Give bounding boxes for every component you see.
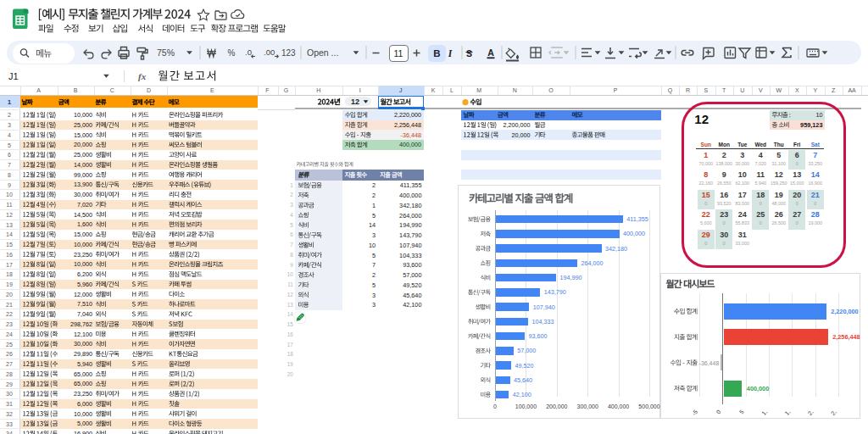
svg-text:17: 17 (6, 262, 13, 268)
svg-text:2: 2 (8, 112, 11, 118)
svg-text:%: % (228, 48, 236, 58)
svg-text:30,000: 30,000 (736, 161, 750, 166)
svg-text:29: 29 (6, 381, 13, 387)
svg-text:2,: 2, (830, 409, 837, 416)
svg-text:5: 5 (8, 142, 11, 148)
svg-text:400,000: 400,000 (399, 192, 421, 199)
svg-text:0: 0 (796, 161, 798, 166)
svg-text:27: 27 (6, 361, 13, 367)
svg-text:14: 14 (6, 231, 13, 237)
svg-text:-5: -5 (691, 409, 698, 416)
svg-text:P: P (614, 87, 618, 93)
svg-text:107,940: 107,940 (399, 242, 421, 249)
svg-text:4: 4 (8, 132, 11, 138)
svg-text:23: 23 (6, 321, 13, 327)
svg-text:5,940: 5,940 (755, 181, 767, 186)
svg-text:93,520: 93,520 (717, 201, 732, 206)
svg-text:1,: 1, (760, 409, 768, 416)
svg-text:3: 3 (290, 202, 293, 208)
svg-text:15,000: 15,000 (74, 131, 92, 139)
svg-text:26,550: 26,550 (717, 181, 732, 186)
svg-text:15: 15 (6, 242, 13, 248)
svg-text:Z: Z (832, 87, 836, 93)
svg-text:24: 24 (6, 331, 13, 337)
svg-text:7,510: 7,510 (77, 300, 92, 308)
svg-text:H: H (316, 87, 320, 93)
svg-text:30: 30 (6, 391, 13, 397)
svg-text:N: N (513, 87, 517, 93)
svg-text:2: 2 (372, 192, 376, 199)
svg-text:F: F (265, 87, 269, 93)
svg-text:7: 7 (290, 242, 293, 248)
svg-text:0: 0 (760, 220, 762, 225)
svg-text:5,000: 5,000 (77, 420, 92, 427)
svg-text:4: 4 (759, 151, 763, 159)
svg-text:29,890: 29,890 (74, 350, 92, 358)
svg-text:-36,448: -36,448 (401, 131, 421, 139)
svg-text:3: 3 (8, 122, 11, 128)
svg-text:264,000: 264,000 (581, 259, 604, 267)
svg-text:24: 24 (738, 210, 747, 219)
svg-text:12: 12 (775, 170, 783, 179)
svg-text:342,180: 342,180 (399, 202, 421, 209)
svg-text:400,000: 400,000 (623, 230, 645, 237)
svg-text:-36,448: -36,448 (699, 360, 720, 366)
svg-text:11: 11 (756, 170, 765, 179)
svg-text:25,000: 25,000 (74, 151, 92, 159)
svg-text:2: 2 (372, 271, 376, 279)
svg-text:22: 22 (702, 210, 710, 219)
svg-text:3: 3 (372, 231, 376, 239)
svg-text:J: J (399, 87, 403, 93)
svg-text:959,123: 959,123 (800, 121, 822, 129)
svg-text:W: W (776, 87, 782, 93)
svg-text:25,000: 25,000 (74, 121, 92, 129)
svg-text:5: 5 (738, 409, 745, 415)
svg-text:45,640: 45,640 (403, 292, 421, 299)
svg-text:13: 13 (793, 170, 801, 179)
svg-text:AA: AA (848, 87, 856, 93)
svg-text:3: 3 (372, 292, 376, 299)
svg-text:1,: 1, (783, 409, 791, 416)
svg-text:1: 1 (372, 202, 376, 209)
svg-text:7,020: 7,020 (755, 161, 767, 166)
svg-text:9: 9 (290, 262, 293, 268)
svg-text:0: 0 (814, 201, 816, 206)
svg-text:400,000: 400,000 (399, 141, 421, 148)
svg-text:83,000: 83,000 (736, 201, 750, 206)
svg-text:194,990: 194,990 (559, 274, 581, 281)
svg-text:9: 9 (8, 182, 11, 188)
svg-text:2,: 2, (807, 409, 815, 416)
svg-text:12,100: 12,100 (74, 331, 92, 338)
svg-text:0: 0 (760, 201, 762, 206)
svg-text:16,900: 16,900 (74, 430, 92, 434)
svg-text:E: E (210, 87, 214, 93)
svg-text:0: 0 (796, 201, 798, 206)
svg-text:33,000: 33,000 (736, 241, 750, 246)
svg-text:23: 23 (720, 210, 728, 219)
svg-text:V: V (759, 87, 763, 93)
svg-text:11: 11 (394, 48, 403, 58)
svg-text:Fri: Fri (793, 142, 801, 147)
svg-text:X: X (795, 87, 799, 93)
svg-text:Sun: Sun (701, 142, 711, 147)
svg-text:Wed: Wed (754, 142, 766, 147)
svg-text:11: 11 (6, 202, 12, 208)
svg-text:13: 13 (287, 302, 294, 308)
svg-text:194,990: 194,990 (399, 221, 421, 229)
svg-text:7,020: 7,020 (77, 201, 92, 209)
svg-text:28: 28 (6, 371, 13, 377)
svg-text:1: 1 (704, 151, 708, 159)
svg-text:14: 14 (811, 170, 820, 179)
svg-text:10,000: 10,000 (74, 410, 92, 418)
svg-text:14: 14 (287, 311, 294, 317)
svg-text:34: 34 (6, 431, 13, 434)
svg-text:42,100: 42,100 (513, 391, 531, 398)
svg-text:300,000: 300,000 (577, 403, 598, 409)
svg-text:7: 7 (8, 162, 11, 168)
svg-text:20: 20 (793, 191, 801, 199)
svg-text:2: 2 (290, 192, 293, 198)
svg-text:fx: fx (138, 71, 147, 81)
svg-text:.0: .0 (245, 47, 252, 57)
svg-text:411,355: 411,355 (626, 215, 648, 223)
svg-text:1: 1 (290, 182, 293, 188)
